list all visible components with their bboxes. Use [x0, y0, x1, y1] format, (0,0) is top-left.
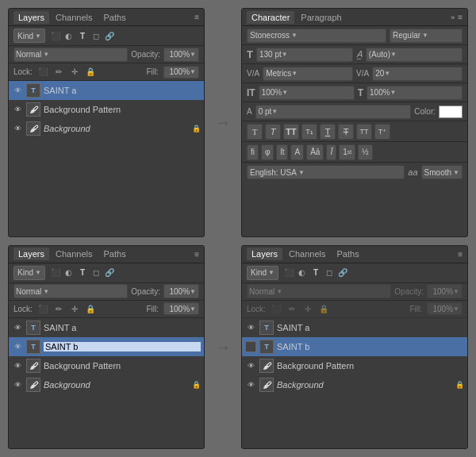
expand-icon[interactable]: » [451, 13, 455, 21]
typo-btn-T-strike[interactable]: T [338, 124, 354, 140]
filter-shape-icon[interactable]: ◻ [90, 30, 102, 41]
visibility-icon-bg-pattern-bl[interactable]: 👁 [12, 360, 23, 371]
char-panel-menu[interactable]: ≡ [458, 13, 463, 21]
tab-channels-br[interactable]: Channels [284, 248, 330, 260]
fill-field-top[interactable]: 100% ▼ [163, 66, 199, 79]
layer-item-saint-b-bl[interactable]: 👁 T SAINT b [9, 337, 204, 356]
size-field[interactable]: 130 pt ▼ [256, 48, 353, 62]
tracking-field[interactable]: 20 ▼ [372, 67, 463, 81]
lock-move-icon-bl[interactable]: ✛ [69, 303, 80, 314]
ot-aa-bar[interactable]: Āā [306, 144, 324, 160]
lock-move-icon[interactable]: ✛ [69, 67, 80, 78]
tab-layers-br[interactable]: Layers [247, 248, 282, 260]
lock-pixel-icon[interactable]: ⬛ [37, 67, 48, 78]
kind-dropdown-bl[interactable]: Kind ▼ [13, 266, 45, 280]
layer-item-bg-top[interactable]: 👁 🖌 Background 🔒 [9, 119, 204, 138]
tab-channels-bl[interactable]: Channels [51, 248, 97, 260]
lock-brush-icon[interactable]: ✏ [53, 67, 64, 78]
fill-field-bl[interactable]: 100% ▼ [163, 302, 199, 315]
filter-pixel-icon-bl[interactable]: ⬛ [50, 267, 61, 278]
layer-item-saint-a-bl[interactable]: 👁 T SAINT a [9, 318, 204, 337]
ot-A[interactable]: A [290, 144, 304, 160]
lock-pixel-icon-bl[interactable]: ⬛ [37, 303, 48, 314]
lock-all-icon[interactable]: 🔒 [85, 67, 96, 78]
blend-mode-select-bl[interactable]: Normal ▼ [13, 284, 128, 298]
visibility-hidden-saint-b[interactable] [245, 341, 256, 352]
filter-adj-icon[interactable]: ◐ [63, 30, 75, 41]
filter-pixel-icon-br[interactable]: ⬛ [283, 267, 294, 278]
tab-layers-top[interactable]: Layers [13, 11, 49, 24]
smooth-select[interactable]: Smooth ▼ [421, 165, 463, 179]
panel-menu-icon-br[interactable]: ≡ [458, 250, 463, 259]
filter-adj-icon-br[interactable]: ◐ [297, 267, 308, 278]
ot-st[interactable]: ſt [276, 144, 288, 160]
typo-btn-T-sub[interactable]: T₁ [301, 124, 317, 140]
lock-all-icon-bl[interactable]: 🔒 [85, 303, 96, 314]
layer-item-bg-bl[interactable]: 👁 🖌 Background 🔒 [9, 375, 204, 394]
visibility-icon-bg-br[interactable]: 👁 [245, 379, 256, 390]
layer-item-bg-pattern-br[interactable]: 👁 🖌 Background Pattern [242, 356, 467, 375]
language-select[interactable]: English: USA ▼ [247, 165, 405, 179]
layer-item-saint-b-br[interactable]: T SAINT b [242, 337, 467, 356]
filter-text-icon-bl[interactable]: T [77, 267, 88, 278]
tab-paragraph[interactable]: Paragraph [296, 11, 346, 24]
ot-I-bar[interactable]: Ī [326, 144, 336, 160]
layer-item-bg-pattern-top[interactable]: 👁 🖌 Background Pattern [9, 100, 204, 119]
filter-smart-icon-br[interactable]: 🔗 [337, 267, 348, 278]
kind-dropdown-top[interactable]: Kind ▼ [13, 29, 45, 43]
visibility-icon-saint-a-bl[interactable]: 👁 [12, 322, 23, 333]
typo-btn-T-underline[interactable]: T [320, 124, 336, 140]
visibility-icon-bg-bl[interactable]: 👁 [12, 379, 23, 390]
ot-1st[interactable]: 1st [339, 144, 355, 160]
blend-mode-select-top[interactable]: Normal ▼ [13, 48, 128, 62]
tab-character[interactable]: Character [247, 11, 294, 24]
visibility-icon-saint-a[interactable]: 👁 [12, 85, 23, 96]
baseline-field[interactable]: 0 pt ▼ [255, 105, 412, 119]
filter-text-icon-br[interactable]: T [310, 267, 321, 278]
filter-adj-icon-bl[interactable]: ◐ [63, 267, 75, 278]
panel-menu-icon-top[interactable]: ≡ [194, 13, 199, 21]
layer-item-saint-a-br[interactable]: 👁 T SAINT a [242, 318, 467, 337]
visibility-icon-bg-pattern-br[interactable]: 👁 [245, 360, 256, 371]
visibility-icon-saint-a-br[interactable]: 👁 [245, 322, 256, 333]
filter-pixel-icon[interactable]: ⬛ [50, 30, 61, 41]
lang-row: English: USA ▼ aa Smooth ▼ [242, 163, 467, 182]
panel-menu-icon-bl[interactable]: ≡ [194, 250, 199, 259]
opacity-field-top[interactable]: 100% ▼ [163, 48, 199, 62]
color-swatch[interactable] [439, 106, 463, 118]
visibility-icon-bg-top[interactable]: 👁 [12, 123, 23, 134]
scale-h-field[interactable]: 100% ▼ [259, 86, 355, 100]
visibility-icon-bg-pattern-top[interactable]: 👁 [12, 104, 23, 115]
typo-btn-TT[interactable]: TT [283, 124, 299, 140]
ot-phi[interactable]: φ [261, 144, 274, 160]
tab-channels-top[interactable]: Channels [51, 11, 97, 24]
visibility-icon-saint-b-bl[interactable]: 👁 [12, 341, 23, 352]
lock-brush-icon-bl[interactable]: ✏ [53, 303, 64, 314]
font-style-select[interactable]: Regular ▼ [390, 29, 463, 43]
layer-item-bg-br[interactable]: 👁 🖌 Background 🔒 [242, 375, 467, 394]
typo-btn-T1[interactable]: T [247, 124, 263, 140]
tab-paths-br[interactable]: Paths [332, 248, 364, 260]
tab-paths-bl[interactable]: Paths [99, 248, 131, 260]
filter-smart-icon-bl[interactable]: 🔗 [104, 267, 115, 278]
ot-half[interactable]: ½ [358, 144, 372, 160]
tab-layers-bl[interactable]: Layers [13, 248, 49, 260]
kern-field[interactable]: Metrics ▼ [263, 67, 353, 81]
typo-btn-T-italic[interactable]: T [265, 124, 281, 140]
leading-field[interactable]: (Auto) ▼ [366, 48, 463, 62]
typo-btn-T-upper[interactable]: TT [356, 124, 372, 140]
filter-smart-icon[interactable]: 🔗 [104, 30, 115, 41]
layer-item-bg-pattern-bl[interactable]: 👁 🖌 Background Pattern [9, 356, 204, 375]
ot-fi[interactable]: fi [247, 144, 259, 160]
scale-v-field[interactable]: 100% ▼ [367, 86, 463, 100]
font-name-select[interactable]: Stonecross ▼ [247, 29, 386, 43]
filter-text-icon[interactable]: T [77, 30, 88, 41]
filter-shape-icon-bl[interactable]: ◻ [90, 267, 102, 278]
layer-thumb-bg-pattern-top: 🖌 [26, 102, 40, 117]
kind-dropdown-br[interactable]: Kind ▼ [247, 266, 278, 280]
tab-paths-top[interactable]: Paths [99, 11, 131, 24]
typo-btn-T-frac[interactable]: T⁺ [374, 124, 390, 140]
filter-shape-icon-br[interactable]: ◻ [324, 267, 335, 278]
opacity-field-bl[interactable]: 100% ▼ [163, 284, 199, 298]
layer-item-saint-a-top[interactable]: 👁 T SAINT a [9, 81, 204, 100]
